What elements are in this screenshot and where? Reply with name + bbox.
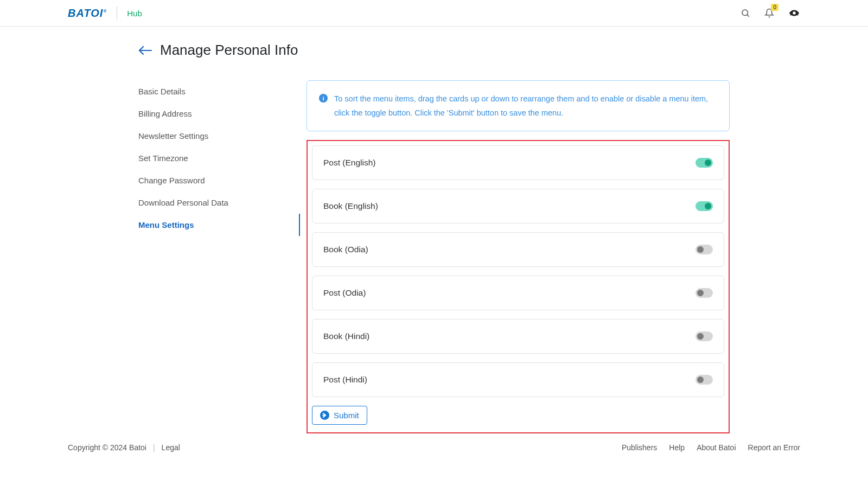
submit-button-label: Submit [334, 411, 359, 420]
header-right: 0 [741, 8, 800, 18]
hub-label[interactable]: Hub [127, 9, 142, 18]
sidebar-item-change-password[interactable]: Change Password [138, 169, 300, 191]
logo[interactable]: BATOI® [68, 7, 107, 20]
footer-link-publishers[interactable]: Publishers [622, 443, 657, 452]
sidebar-item-newsletter-settings[interactable]: Newsletter Settings [138, 125, 300, 147]
footer-link-help[interactable]: Help [669, 443, 685, 452]
divider [117, 7, 117, 20]
content-row: Basic Details Billing Address Newsletter… [138, 80, 730, 433]
footer-left: Copyright © 2024 Batoi | Legal [68, 443, 180, 452]
menu-card-label: Post (Odia) [323, 288, 366, 298]
header: BATOI® Hub 0 [0, 0, 868, 27]
menu-card-label: Book (English) [323, 201, 378, 211]
menu-card-label: Post (English) [323, 158, 375, 168]
svg-text:i: i [322, 95, 324, 101]
svg-point-0 [742, 10, 748, 16]
info-alert-text: To sort the menu items, drag the cards u… [334, 92, 717, 120]
highlight-box: Post (English) Book (English) Book (Odia… [307, 140, 730, 433]
sidebar-item-download-personal-data[interactable]: Download Personal Data [138, 191, 300, 214]
footer-link-about[interactable]: About Batoi [697, 443, 736, 452]
main-area: i To sort the menu items, drag the cards… [300, 80, 730, 433]
search-icon[interactable] [741, 8, 750, 18]
sidebar: Basic Details Billing Address Newsletter… [138, 80, 300, 433]
info-alert: i To sort the menu items, drag the cards… [307, 80, 730, 131]
toggle-switch[interactable] [695, 375, 713, 385]
footer-link-report-error[interactable]: Report an Error [748, 443, 800, 452]
toggle-switch[interactable] [695, 201, 713, 211]
menu-card[interactable]: Post (Odia) [312, 276, 724, 310]
footer: Copyright © 2024 Batoi | Legal Publisher… [0, 433, 868, 462]
toggle-switch[interactable] [695, 245, 713, 254]
footer-right: Publishers Help About Batoi Report an Er… [622, 443, 800, 452]
menu-card[interactable]: Book (Odia) [312, 232, 724, 267]
menu-card[interactable]: Post (English) [312, 145, 724, 180]
arrow-right-circle-icon [320, 411, 329, 420]
footer-link-legal[interactable]: Legal [162, 443, 180, 452]
menu-card-label: Post (Hindi) [323, 375, 367, 385]
sidebar-item-set-timezone[interactable]: Set Timezone [138, 147, 300, 169]
svg-line-1 [747, 15, 749, 16]
toggle-switch[interactable] [695, 331, 713, 341]
footer-divider: | [153, 443, 155, 452]
bell-icon[interactable]: 0 [764, 8, 774, 18]
sidebar-item-billing-address[interactable]: Billing Address [138, 103, 300, 125]
page-container: Manage Personal Info Basic Details Billi… [71, 27, 797, 433]
header-left: BATOI® Hub [68, 7, 142, 20]
sidebar-item-menu-settings[interactable]: Menu Settings [138, 214, 300, 236]
page-title-row: Manage Personal Info [138, 42, 730, 59]
toggle-switch[interactable] [695, 288, 713, 298]
menu-card-label: Book (Hindi) [323, 331, 369, 341]
menu-card[interactable]: Post (Hindi) [312, 362, 724, 397]
back-arrow-icon[interactable] [138, 45, 152, 56]
menu-card[interactable]: Book (English) [312, 189, 724, 223]
info-icon: i [319, 94, 328, 103]
copyright-text: Copyright © 2024 Batoi [68, 443, 146, 452]
toggle-switch[interactable] [695, 158, 713, 168]
menu-card[interactable]: Book (Hindi) [312, 319, 724, 354]
sidebar-item-basic-details[interactable]: Basic Details [138, 80, 300, 103]
page-title: Manage Personal Info [160, 42, 298, 59]
notification-badge: 0 [771, 4, 778, 11]
menu-card-label: Book (Odia) [323, 245, 368, 254]
submit-button[interactable]: Submit [312, 406, 367, 425]
eye-icon[interactable] [788, 8, 800, 18]
